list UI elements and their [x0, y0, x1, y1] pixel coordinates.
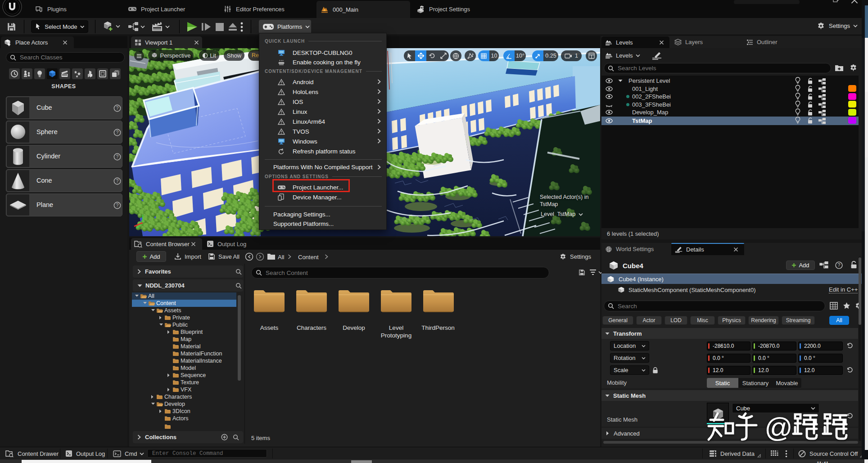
svg-text:Actors: Actors — [172, 415, 188, 422]
svg-text:?: ? — [116, 179, 119, 184]
svg-text:Blueprint: Blueprint — [181, 329, 203, 335]
svg-text:All: All — [148, 293, 154, 299]
svg-text:Assets: Assets — [164, 307, 181, 314]
svg-text:VFX: VFX — [181, 387, 192, 393]
svg-text:Public: Public — [172, 322, 188, 328]
svg-text:Assets: Assets — [260, 324, 279, 331]
svg-text:Private: Private — [172, 315, 190, 321]
svg-text:Characters: Characters — [164, 394, 192, 400]
svg-text:?: ? — [116, 130, 119, 135]
svg-text:?: ? — [838, 262, 841, 268]
svg-text:MaterialInstance: MaterialInstance — [181, 358, 222, 364]
svg-text:Characters: Characters — [297, 324, 326, 331]
svg-text:?: ? — [116, 154, 119, 159]
svg-text:Material: Material — [181, 343, 200, 350]
svg-text:@: @ — [764, 412, 793, 442]
svg-text:MaterialFunction: MaterialFunction — [181, 351, 222, 357]
svg-text:?: ? — [116, 203, 119, 208]
svg-text:Map: Map — [181, 336, 191, 342]
svg-text:?: ? — [116, 106, 119, 111]
svg-text:Develop: Develop — [343, 324, 365, 331]
svg-text:Prototyping: Prototyping — [381, 332, 411, 339]
svg-text:Content: Content — [156, 300, 176, 306]
svg-text:Level: Level — [389, 324, 403, 331]
svg-text:Texture: Texture — [181, 379, 199, 386]
svg-text:Model: Model — [181, 365, 196, 371]
svg-text:Develop: Develop — [164, 401, 185, 407]
svg-text:3DIcon: 3DIcon — [172, 408, 190, 414]
svg-text:Sequence: Sequence — [181, 372, 206, 378]
svg-text:ThirdPerson: ThirdPerson — [421, 324, 455, 331]
